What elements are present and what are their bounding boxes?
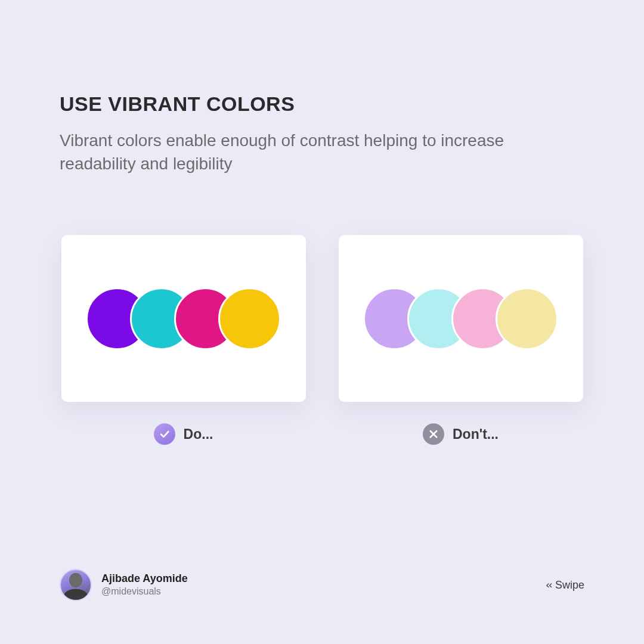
color-swatch [496,287,558,350]
dont-card-wrap: Don't... [339,235,583,445]
check-icon [154,423,175,445]
author-handle: @midevisuals [101,586,188,598]
do-card-wrap: Do... [61,235,306,445]
do-label-row: Do... [154,423,213,445]
dont-swatches [363,287,558,350]
author-block: Ajibade Ayomide @midevisuals [60,569,188,601]
color-swatch [218,287,281,350]
swipe-hint[interactable]: ‹‹ Swipe [544,579,584,592]
dont-label: Don't... [453,426,499,442]
dont-label-row: Don't... [423,423,499,445]
dont-card [339,235,583,402]
page-subtitle: Vibrant colors enable enough of contrast… [60,129,513,175]
cross-icon [423,423,444,445]
do-label: Do... [184,426,213,442]
author-name: Ajibade Ayomide [101,572,188,586]
page-title: USE VIBRANT COLORS [60,92,584,116]
footer: Ajibade Ayomide @midevisuals ‹‹ Swipe [60,569,584,601]
swipe-label: Swipe [555,579,584,592]
avatar [60,569,92,601]
do-card [61,235,306,402]
cards-row: Do... Don't... [60,235,584,445]
chevron-left-double-icon: ‹‹ [544,578,550,591]
do-swatches [86,287,281,350]
